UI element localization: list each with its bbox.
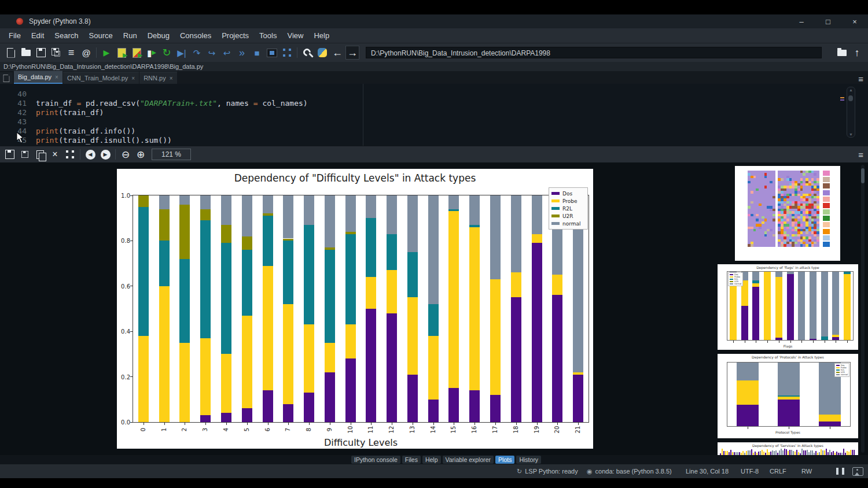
menu-item-tools[interactable]: Tools bbox=[254, 28, 282, 43]
run-selection-button[interactable]: ▮▶ bbox=[144, 46, 159, 60]
editor-tab-cnn_train_model.py[interactable]: CNN_Train_Model.py× bbox=[63, 72, 139, 84]
menu-item-edit[interactable]: Edit bbox=[26, 28, 49, 43]
editor-options-button[interactable]: ≡ bbox=[858, 74, 863, 84]
thumbnail-heatmap[interactable] bbox=[735, 166, 840, 261]
menu-item-help[interactable]: Help bbox=[308, 28, 334, 43]
step-out-button[interactable]: ↩ bbox=[219, 46, 234, 60]
editor-tab-big_data.py[interactable]: Big_data.py× bbox=[14, 71, 62, 84]
close-button[interactable]: × bbox=[841, 17, 868, 26]
bar-segment-r2l bbox=[325, 250, 335, 343]
open-directory-button[interactable] bbox=[834, 46, 849, 60]
legend-chip bbox=[551, 192, 560, 195]
scroll-down-icon[interactable]: ▼ bbox=[847, 132, 855, 136]
menu-item-file[interactable]: File bbox=[3, 28, 26, 43]
debug-file-button[interactable]: ▶| bbox=[174, 46, 189, 60]
run-button[interactable]: ▶ bbox=[99, 46, 114, 60]
bar-segment-normal bbox=[407, 195, 418, 252]
bar-segment-normal bbox=[810, 272, 816, 339]
plots-zoom-out-button[interactable]: ⊖ bbox=[118, 147, 133, 161]
code-line: 41train_df = pd.read_csv("DARPATrain+.tx… bbox=[0, 99, 868, 108]
menu-item-consoles[interactable]: Consoles bbox=[175, 28, 216, 43]
working-directory-field[interactable]: D:\PythonRUN\Big_Data_Intrusion_detectio… bbox=[366, 47, 822, 58]
tab-close-icon[interactable]: × bbox=[55, 74, 58, 80]
new-file-button[interactable] bbox=[3, 46, 19, 60]
tab-close-icon[interactable]: × bbox=[131, 75, 135, 82]
menu-item-source[interactable]: Source bbox=[84, 28, 118, 43]
thumbnails-scrollbar-handle[interactable] bbox=[861, 168, 865, 183]
thumbnail-services-chart[interactable]: Dependency of 'Services' in Attack types bbox=[718, 442, 858, 455]
minimize-button[interactable]: – bbox=[788, 17, 815, 26]
plots-copy-button[interactable] bbox=[32, 147, 47, 161]
find-symbols-button[interactable]: @ bbox=[79, 46, 94, 60]
fullscreen-button[interactable] bbox=[279, 46, 295, 60]
thumbnail-axes: DosProbeR2LU2Rnormal bbox=[727, 271, 854, 341]
step-into-button[interactable]: ↪ bbox=[204, 46, 219, 60]
menu-item-projects[interactable]: Projects bbox=[216, 28, 254, 43]
legend-label: Probe bbox=[562, 198, 578, 204]
code-editor[interactable]: 4041train_df = pd.read_csv("DARPATrain+.… bbox=[0, 84, 868, 151]
up-arrow-icon: ↑ bbox=[855, 47, 860, 58]
open-file-button[interactable] bbox=[19, 46, 34, 60]
pythonpath-button[interactable] bbox=[315, 46, 330, 60]
rerun-cell-button[interactable]: ↻ bbox=[159, 46, 174, 60]
plots-save-button[interactable] bbox=[2, 147, 17, 161]
pane-tab-variable-explorer[interactable]: Variable explorer bbox=[443, 456, 494, 464]
editor-scrollbar[interactable]: ▲ ▼ bbox=[847, 87, 855, 138]
parent-directory-button[interactable]: ↑ bbox=[849, 46, 865, 60]
plots-remove-button[interactable]: × bbox=[47, 147, 62, 161]
status-label: UTF-8 bbox=[741, 468, 759, 475]
tab-close-icon[interactable]: × bbox=[170, 75, 173, 82]
chart-axes: Difficulty Levels 0.00.20.40.60.81.00123… bbox=[133, 195, 589, 423]
maximize-pane-button[interactable] bbox=[264, 46, 279, 60]
menu-item-view[interactable]: View bbox=[282, 28, 308, 43]
bar-segment-probe bbox=[511, 272, 521, 297]
x-tick-label: 10 bbox=[347, 423, 354, 437]
debug-continue-button[interactable]: » bbox=[234, 46, 249, 60]
pane-tab-files[interactable]: Files bbox=[402, 456, 421, 464]
plots-fit-button[interactable] bbox=[62, 147, 78, 161]
plots-save-all-button[interactable] bbox=[17, 147, 32, 161]
bar-segment-normal bbox=[832, 272, 839, 335]
run-cell-advance-button[interactable]: ▶ bbox=[129, 46, 144, 60]
file-switcher-button[interactable]: ≡ bbox=[64, 46, 79, 60]
menu-item-run[interactable]: Run bbox=[118, 28, 142, 43]
bar-segment-normal bbox=[159, 195, 170, 209]
plots-previous-button[interactable]: ◀ bbox=[83, 147, 98, 161]
zoom-in-icon: ⊕ bbox=[137, 150, 145, 160]
scrollbar-warning-mark bbox=[840, 97, 844, 98]
bar-segment-r2l bbox=[221, 243, 231, 354]
thumbnail-flags-chart[interactable]: Dependency of 'flags' in attack typeDosP… bbox=[718, 264, 858, 350]
plots-next-button[interactable]: ▶ bbox=[98, 147, 113, 161]
save-all-button[interactable] bbox=[49, 46, 64, 60]
pane-tab-ipython-console[interactable]: IPython console bbox=[351, 456, 400, 464]
thumbnails-scrollbar[interactable] bbox=[861, 165, 865, 453]
run-cell-button[interactable]: ▶ bbox=[114, 46, 129, 60]
pause-icon[interactable] bbox=[836, 468, 844, 475]
menu-item-debug[interactable]: Debug bbox=[142, 28, 175, 43]
plots-options-button[interactable]: ≡ bbox=[858, 150, 863, 160]
legend-chip bbox=[551, 199, 560, 202]
stop-debug-button[interactable]: ■ bbox=[249, 46, 264, 60]
step-over-button[interactable]: ↷ bbox=[189, 46, 204, 60]
bar-segment-u2r bbox=[179, 205, 190, 259]
scrollbar-handle[interactable] bbox=[848, 95, 853, 101]
zoom-level-field[interactable]: 121 % bbox=[152, 149, 191, 160]
maximize-button[interactable]: □ bbox=[815, 17, 841, 26]
pane-tab-help[interactable]: Help bbox=[422, 456, 441, 464]
browse-tabs-button[interactable] bbox=[0, 72, 13, 84]
pane-tab-history[interactable]: History bbox=[516, 456, 541, 464]
bar-segment-dos bbox=[787, 274, 794, 340]
editor-tab-rnn.py[interactable]: RNN.py× bbox=[139, 72, 176, 84]
scroll-up-icon[interactable]: ▲ bbox=[847, 88, 855, 92]
thumbnail-protocols-chart[interactable]: Dependency of 'Protocols' in Attack type… bbox=[718, 354, 858, 438]
pane-tab-plots[interactable]: Plots bbox=[495, 456, 514, 464]
preferences-button[interactable] bbox=[300, 46, 315, 60]
plots-zoom-in-button[interactable]: ⊕ bbox=[133, 147, 148, 161]
bar-segment-probe bbox=[345, 324, 356, 358]
menu-item-search[interactable]: Search bbox=[49, 28, 83, 43]
bar-segment-r2l bbox=[448, 209, 459, 212]
save-button[interactable] bbox=[34, 46, 49, 60]
back-button[interactable]: ← bbox=[330, 46, 345, 60]
forward-button[interactable]: → bbox=[345, 46, 360, 60]
screenshot-user-icon[interactable] bbox=[852, 467, 863, 476]
